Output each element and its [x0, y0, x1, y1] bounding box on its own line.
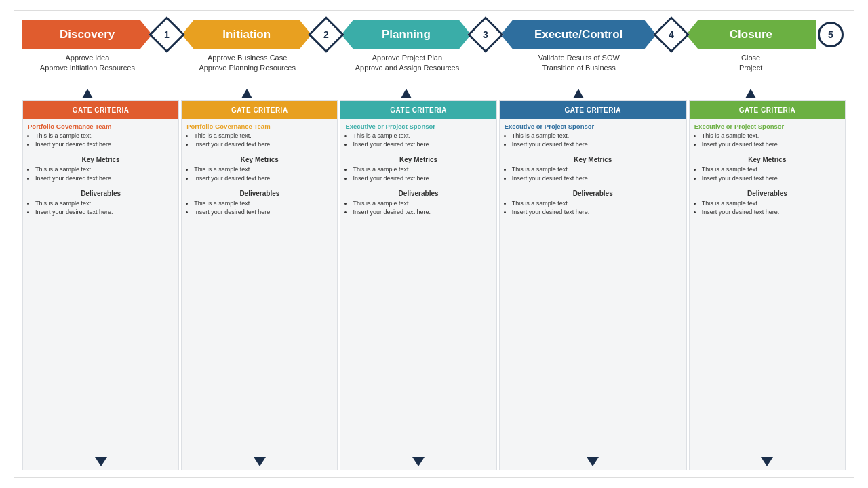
col-discovery-content: Portfolio Governance Team This is a samp…: [23, 119, 178, 457]
col-planning-content: Executive or Project Sponsor This is a s…: [340, 119, 496, 457]
gate-2: 2: [311, 20, 341, 49]
gate-header-planning: GATE CRITERIA: [340, 101, 496, 119]
phase-planning: Planning: [341, 20, 471, 49]
col-closure-content: Executive or Project Sponsor This is a s…: [690, 119, 845, 457]
arrow-up-initiation: [241, 89, 252, 98]
gate-4: 4: [656, 20, 686, 49]
arrow-up-closure: [745, 89, 756, 98]
gate-header-execute: GATE CRITERIA: [500, 101, 686, 119]
deliverables-list-initiation: This is a sample text. Insert your desir…: [186, 199, 332, 217]
desc-planning: Approve Project PlanApprove and Assign R…: [342, 52, 473, 87]
gate-5: 5: [816, 20, 846, 49]
team-label-closure: Executive or Project Sponsor: [694, 123, 840, 130]
col-initiation: GATE CRITERIA Portfolio Governance Team …: [181, 100, 338, 470]
team-label-discovery: Portfolio Governance Team: [28, 123, 174, 130]
deliverables-list-execute: This is a sample text. Insert your desir…: [505, 199, 682, 217]
deliverables-list-discovery: This is a sample text. Insert your desir…: [28, 199, 174, 217]
key-metrics-title-initiation: Key Metrics: [186, 156, 332, 163]
gate-criteria-list-discovery: This is a sample text. Insert your desir…: [28, 131, 174, 149]
key-metrics-list-initiation: This is a sample text. Insert your desir…: [186, 165, 332, 183]
col-closure: GATE CRITERIA Executive or Project Spons…: [689, 100, 846, 470]
phase-discovery: Discovery: [22, 20, 152, 49]
deliverables-title-execute: Deliverables: [505, 190, 682, 197]
phase-bar: Discovery 1 Initiation 2 Planning: [22, 18, 846, 52]
deliverables-list-closure: This is a sample text. Insert your desir…: [694, 199, 840, 217]
key-metrics-list-discovery: This is a sample text. Insert your desir…: [28, 165, 174, 183]
phase-closure: Closure: [686, 20, 816, 49]
phase-initiation: Initiation: [182, 20, 311, 49]
arrow-down-closure: [690, 457, 845, 470]
phase-execute: Execute/Control: [500, 20, 656, 49]
gate-3: 3: [471, 20, 500, 49]
deliverables-title-planning: Deliverables: [345, 190, 491, 197]
arrow-up-planning: [401, 89, 412, 98]
team-label-initiation: Portfolio Governance Team: [186, 123, 332, 130]
key-metrics-title-discovery: Key Metrics: [28, 156, 174, 163]
arrow-down-initiation: [182, 457, 337, 470]
key-metrics-title-planning: Key Metrics: [345, 156, 491, 163]
desc-execute: Validate Results of SOWTransition of Bus…: [502, 52, 656, 87]
key-metrics-title-execute: Key Metrics: [505, 156, 682, 163]
team-label-planning: Executive or Project Sponsor: [345, 123, 491, 130]
col-initiation-content: Portfolio Governance Team This is a samp…: [182, 119, 337, 457]
arrow-up-row: [22, 88, 846, 99]
gate-criteria-list-closure: This is a sample text. Insert your desir…: [694, 131, 840, 149]
desc-discovery: Approve ideaApprove initiation Resources: [22, 52, 153, 87]
key-metrics-list-planning: This is a sample text. Insert your desir…: [345, 165, 491, 183]
gate-header-initiation: GATE CRITERIA: [182, 101, 337, 119]
arrow-up-discovery: [82, 89, 93, 98]
desc-initiation: Approve Business CaseApprove Planning Re…: [182, 52, 313, 87]
deliverables-title-discovery: Deliverables: [28, 190, 174, 197]
col-planning: GATE CRITERIA Executive or Project Spons…: [340, 100, 496, 470]
gate-header-closure: GATE CRITERIA: [690, 101, 845, 119]
col-discovery: GATE CRITERIA Portfolio Governance Team …: [22, 100, 179, 470]
gate-criteria-list-execute: This is a sample text. Insert your desir…: [505, 131, 682, 149]
gate-header-discovery: GATE CRITERIA: [23, 101, 178, 119]
deliverables-title-initiation: Deliverables: [186, 190, 332, 197]
arrow-down-discovery: [23, 457, 178, 470]
gate-criteria-list-planning: This is a sample text. Insert your desir…: [345, 131, 491, 149]
key-metrics-title-closure: Key Metrics: [694, 156, 840, 163]
slide: Discovery 1 Initiation 2 Planning: [14, 10, 854, 478]
key-metrics-list-execute: This is a sample text. Insert your desir…: [505, 165, 682, 183]
arrow-down-planning: [340, 457, 496, 470]
arrow-down-execute: [500, 457, 686, 470]
col-execute-content: Executive or Project Sponsor This is a s…: [500, 119, 686, 457]
team-label-execute: Executive or Project Sponsor: [505, 123, 682, 130]
arrow-up-execute: [573, 89, 584, 98]
desc-row: Approve ideaApprove initiation Resources…: [22, 52, 846, 87]
desc-closure: CloseProject: [686, 52, 816, 87]
gate-criteria-list-initiation: This is a sample text. Insert your desir…: [186, 131, 332, 149]
col-execute: GATE CRITERIA Executive or Project Spons…: [499, 100, 687, 470]
deliverables-list-planning: This is a sample text. Insert your desir…: [345, 199, 491, 217]
key-metrics-list-closure: This is a sample text. Insert your desir…: [694, 165, 840, 183]
gate-1: 1: [152, 20, 182, 49]
deliverables-title-closure: Deliverables: [694, 190, 840, 197]
gate-criteria-section: GATE CRITERIA Portfolio Governance Team …: [22, 100, 846, 470]
